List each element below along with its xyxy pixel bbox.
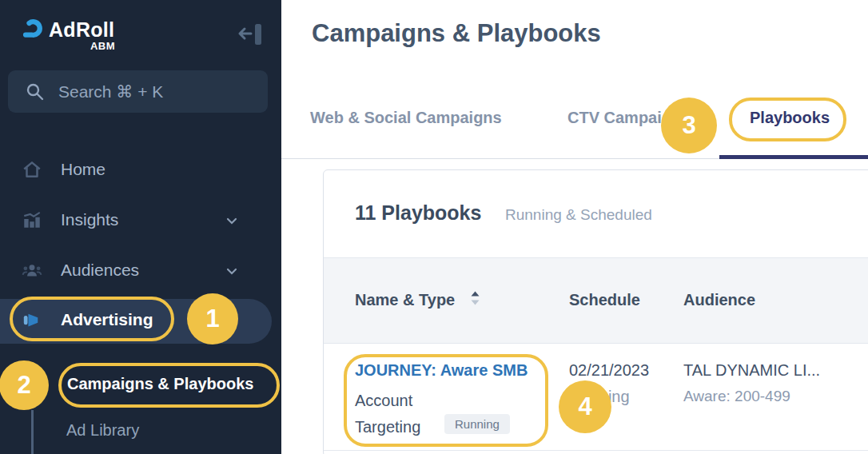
annotation-step-3: 3: [661, 98, 717, 153]
megaphone-icon: [22, 309, 43, 331]
search-icon: [26, 82, 45, 102]
brand-sub-label: ABM: [49, 40, 115, 52]
column-header-schedule[interactable]: Schedule: [569, 291, 640, 309]
adroll-logo[interactable]: AdRoll: [22, 18, 114, 42]
audience-name: TAL DYNAMIC LI...: [683, 361, 820, 380]
brand-name: AdRoll: [49, 18, 114, 42]
collapse-arrow-icon: [237, 22, 269, 46]
annotation-step-2: 2: [0, 360, 49, 410]
column-header-audience[interactable]: Audience: [683, 291, 755, 309]
submenu-tree-line: [31, 410, 34, 454]
playbook-name-link[interactable]: JOURNEY: Aware SMB: [355, 361, 528, 380]
playbook-type: Account Targeting: [355, 388, 449, 440]
column-header-name-type[interactable]: Name & Type: [355, 291, 455, 309]
sidebar-item-advertising-label: Advertising: [61, 310, 153, 329]
sort-icon[interactable]: [469, 290, 481, 306]
annotation-step-1: 1: [187, 293, 238, 344]
sidebar-item-campaigns-playbooks[interactable]: Campaigns & Playbooks: [67, 375, 253, 393]
adroll-logo-icon: [22, 18, 46, 42]
chevron-down-icon: [226, 268, 237, 275]
playbooks-subtitle: Running & Scheduled: [505, 206, 652, 224]
row-divider: [324, 450, 868, 451]
status-badge: Running: [444, 414, 510, 434]
home-icon: [22, 159, 42, 180]
sidebar-item-label: Insights: [61, 210, 118, 229]
annotation-step-4: 4: [559, 380, 611, 433]
sidebar-item-ad-library[interactable]: Ad Library: [66, 421, 139, 440]
active-tab-underline: [719, 155, 868, 159]
sidebar-item-home[interactable]: Home: [0, 152, 281, 187]
collapse-sidebar-button[interactable]: [237, 22, 269, 46]
app-window: AdRoll ABM Home: [0, 0, 868, 454]
schedule-start-date: 02/21/2023: [569, 361, 649, 380]
sidebar-item-label: Audiences: [61, 261, 139, 280]
page-title: Campaigns & Playbooks: [312, 19, 601, 48]
insights-icon: [22, 209, 42, 230]
chevron-down-icon: [226, 217, 237, 225]
playbooks-count-title: 11 Playbooks: [355, 201, 481, 225]
sidebar-item-audiences[interactable]: Audiences: [0, 253, 281, 288]
search-box[interactable]: [8, 70, 268, 113]
audiences-icon: [22, 260, 42, 281]
search-input[interactable]: [58, 82, 242, 102]
sidebar-item-label: Home: [61, 160, 106, 179]
audience-detail: Aware: 200-499: [683, 388, 790, 405]
tab-playbooks[interactable]: Playbooks: [750, 109, 830, 127]
sidebar-item-insights[interactable]: Insights: [0, 202, 281, 237]
tab-web-social-campaigns[interactable]: Web & Social Campaigns: [310, 109, 502, 127]
